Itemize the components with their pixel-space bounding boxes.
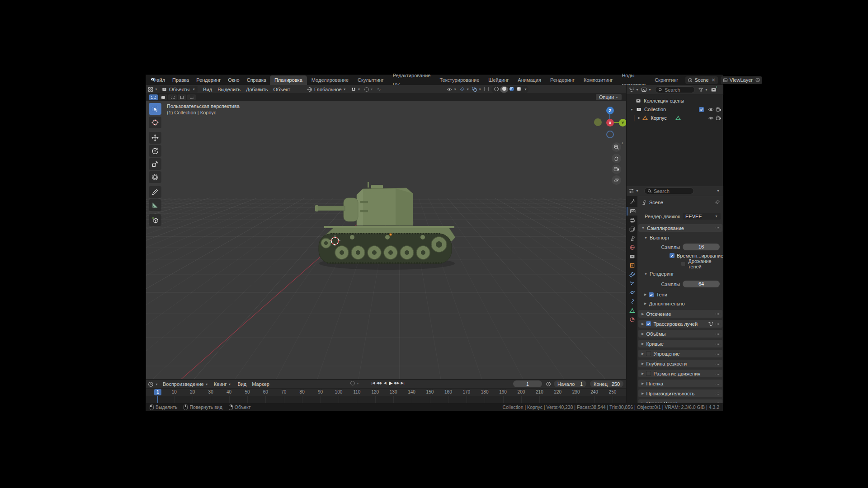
xray-toggle[interactable] bbox=[484, 87, 489, 92]
stopwatch-icon[interactable] bbox=[546, 381, 551, 387]
shadows-checkbox[interactable] bbox=[649, 292, 654, 297]
workspace-tab-modeling[interactable]: Моделирование bbox=[307, 75, 353, 85]
outliner-filter-button[interactable]: ▼ bbox=[698, 87, 708, 93]
workspace-tab-scripting[interactable]: Скриптинг bbox=[650, 75, 683, 85]
expand-icon[interactable]: ▼ bbox=[630, 108, 633, 111]
outliner-filter-mode[interactable]: ▼ bbox=[641, 87, 651, 93]
raytracing-checkbox[interactable] bbox=[646, 321, 651, 326]
panel-sampling[interactable]: ▼Сэмплирование bbox=[638, 224, 722, 232]
scene-selector[interactable]: Scene ✕ bbox=[685, 76, 717, 84]
hide-eye-icon[interactable] bbox=[708, 107, 714, 113]
tab-tool-icon[interactable] bbox=[627, 198, 637, 206]
camera-view-button[interactable] bbox=[612, 164, 621, 174]
panel-render-sampling[interactable]: ▼Рендеринг bbox=[643, 270, 722, 277]
proportional-editing-toggle[interactable]: ▼ bbox=[364, 87, 373, 92]
tab-world-icon[interactable] bbox=[627, 243, 637, 252]
visibility-dropdown[interactable]: ▼ bbox=[447, 87, 457, 92]
panel-viewport[interactable]: ▼Вьюпорт bbox=[643, 234, 722, 241]
gizmo-z-axis[interactable]: Z bbox=[606, 107, 614, 114]
outliner-row-korpus[interactable]: │ ▶ Корпус bbox=[627, 114, 723, 122]
tab-render-icon[interactable] bbox=[627, 207, 637, 216]
unlink-icon[interactable]: ✕ bbox=[712, 77, 716, 83]
panel-volumes[interactable]: ▶Объёмы bbox=[638, 330, 722, 338]
properties-search-input[interactable]: Search bbox=[644, 188, 694, 194]
collection-checkbox[interactable] bbox=[699, 107, 704, 112]
panel-curves[interactable]: ▶Кривые bbox=[638, 340, 722, 347]
motion-blur-checkbox[interactable] bbox=[646, 371, 651, 376]
tab-modifiers-icon[interactable] bbox=[627, 270, 637, 279]
viewport-samples-field[interactable]: 16 bbox=[683, 244, 720, 250]
pan-view-button[interactable] bbox=[612, 154, 621, 163]
panel-clamping[interactable]: ▶Отсечение bbox=[638, 310, 722, 318]
sidebar-toggle-arrow[interactable]: ‹ bbox=[622, 141, 623, 145]
view-menu[interactable]: Вид bbox=[235, 381, 249, 387]
tool-scale[interactable] bbox=[149, 158, 161, 170]
render-engine-dropdown[interactable]: EEVEE▼ bbox=[683, 213, 721, 220]
menu-add[interactable]: Добавить bbox=[243, 87, 271, 92]
frame-end-field[interactable]: Конец250 bbox=[590, 380, 623, 387]
play-reverse-button[interactable]: ◀ bbox=[382, 381, 388, 385]
overlays-dropdown[interactable]: ▼ bbox=[472, 87, 481, 92]
prev-keyframe-button[interactable]: ◀◆ bbox=[376, 381, 382, 385]
orientation-selector[interactable]: Глобальное ▼ bbox=[307, 87, 346, 92]
tab-scene-icon[interactable] bbox=[627, 234, 637, 243]
simplify-checkbox[interactable] bbox=[646, 351, 651, 356]
tab-view-layer-icon[interactable] bbox=[627, 225, 637, 234]
select-mode-subtract[interactable] bbox=[168, 94, 177, 100]
panel-simplify[interactable]: ▶ Упрощение bbox=[638, 350, 722, 357]
timeline-track[interactable] bbox=[146, 396, 626, 404]
tool-measure[interactable] bbox=[149, 199, 161, 211]
viewport-canvas[interactable]: Пользовательская перспектива (1) Collect… bbox=[146, 101, 626, 379]
tab-particles-icon[interactable] bbox=[627, 279, 637, 288]
options-button[interactable]: Опции▼ bbox=[596, 94, 622, 100]
properties-editor-type[interactable]: ▼ bbox=[628, 188, 639, 194]
timeline-editor-type[interactable]: ▼ bbox=[148, 381, 158, 387]
panel-motion-blur[interactable]: ▶ Размытие движения bbox=[638, 370, 722, 377]
render-visibility-icon[interactable] bbox=[716, 107, 722, 113]
panel-advanced[interactable]: ▶Дополнительно bbox=[643, 300, 722, 307]
shading-rendered-button[interactable] bbox=[515, 87, 523, 92]
outliner-row-scene-collection[interactable]: Коллекция сцены bbox=[627, 97, 723, 105]
tool-select-box[interactable] bbox=[149, 103, 161, 115]
editor-type-button[interactable]: ▼ bbox=[148, 87, 158, 92]
orthographic-toggle-button[interactable] bbox=[612, 175, 621, 185]
jitter-shadows-checkbox[interactable] bbox=[681, 261, 686, 266]
workspace-tab-sculpting[interactable]: Скульптинг bbox=[353, 75, 388, 85]
menu-edit[interactable]: Правка bbox=[169, 75, 193, 85]
workspace-tab-rendering[interactable]: Рендеринг bbox=[546, 75, 579, 85]
jump-to-start-button[interactable]: |◀ bbox=[370, 381, 376, 385]
shading-solid-button[interactable] bbox=[500, 86, 508, 93]
keying-menu[interactable]: Кеинг▼ bbox=[214, 381, 231, 387]
menu-object[interactable]: Объект bbox=[271, 87, 293, 92]
gizmo-x-axis[interactable]: X bbox=[606, 119, 614, 127]
outliner-row-collection[interactable]: ▼ Collection bbox=[627, 105, 723, 113]
menu-render[interactable]: Рендеринг bbox=[193, 75, 224, 85]
panel-performance[interactable]: ▶Производительность bbox=[638, 389, 722, 397]
auto-key-toggle[interactable]: ▼ bbox=[350, 381, 359, 385]
tool-rotate[interactable] bbox=[149, 145, 161, 157]
shading-wireframe-button[interactable] bbox=[493, 87, 500, 92]
zoom-view-button[interactable] bbox=[612, 142, 621, 152]
workspace-tab-animation[interactable]: Анимация bbox=[513, 75, 546, 85]
tool-move[interactable] bbox=[149, 132, 161, 144]
select-mode-extend[interactable] bbox=[159, 94, 167, 100]
menu-select[interactable]: Выделить bbox=[215, 87, 243, 92]
expand-icon[interactable]: ▶ bbox=[638, 116, 640, 120]
menu-window[interactable]: Окно bbox=[224, 75, 243, 85]
new-layer-icon[interactable] bbox=[755, 78, 760, 82]
render-samples-field[interactable]: 64 bbox=[683, 281, 720, 287]
viewlayer-selector[interactable]: ViewLayer bbox=[721, 76, 762, 84]
tab-physics-icon[interactable] bbox=[627, 288, 637, 297]
tab-constraints-icon[interactable] bbox=[627, 297, 637, 306]
properties-options-icon[interactable]: ▼ bbox=[717, 189, 720, 192]
tab-material-icon[interactable] bbox=[627, 315, 637, 324]
playback-menu[interactable]: Воспроизведение▼ bbox=[163, 381, 208, 387]
playhead[interactable]: 1 bbox=[154, 389, 161, 395]
tool-annotate[interactable] bbox=[149, 186, 161, 198]
tab-object-data-icon[interactable] bbox=[627, 306, 637, 315]
shading-material-button[interactable] bbox=[508, 87, 515, 92]
panel-depth-of-field[interactable]: ▶Глубина резкости bbox=[638, 360, 722, 367]
menu-view[interactable]: Вид bbox=[200, 87, 215, 92]
gizmos-dropdown[interactable]: ▼ bbox=[459, 87, 469, 92]
frame-start-field[interactable]: Начало1 bbox=[554, 380, 586, 387]
